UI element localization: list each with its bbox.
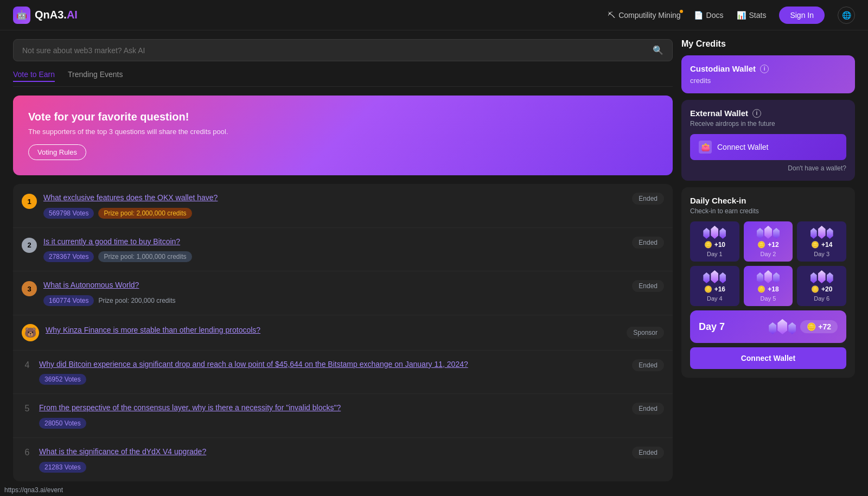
nav-computility[interactable]: ⛏ Computility Mining — [608, 11, 680, 20]
day-card-6[interactable]: 🪙 +20 Day 6 — [797, 266, 846, 306]
checkin-subtitle: Check-in to earn credits — [690, 207, 846, 215]
question-title[interactable]: What exclusive features does the OKX wal… — [43, 193, 664, 204]
day-3-reward: 🪙 +14 — [801, 241, 842, 249]
question-title[interactable]: What is Autonomous World? — [43, 280, 664, 291]
question-content: What is the significance of the dYdX V4 … — [39, 447, 664, 473]
credits-value: credits — [690, 77, 846, 85]
nav-docs[interactable]: 📄 Docs — [694, 11, 724, 20]
custodian-wallet-card: Custodian Wallet i credits — [681, 55, 855, 93]
question-title[interactable]: What is the significance of the dYdX V4 … — [39, 447, 664, 457]
question-title[interactable]: Why did Bitcoin experience a significant… — [39, 359, 664, 370]
rank-badge-2: 2 — [22, 238, 37, 253]
votes-badge: 21283 Votes — [39, 462, 86, 473]
day-card-7[interactable]: Day 7 🪙 +72 — [690, 310, 846, 343]
question-content: Why Kinza Finance is more stable than ot… — [46, 325, 664, 340]
question-title[interactable]: Is it currently a good time to buy Bitco… — [43, 237, 664, 247]
logo[interactable]: 🤖 QnA3.AI — [13, 7, 78, 24]
day-5-label: Day 5 — [748, 295, 789, 302]
connect-wallet-button[interactable]: 👛 Connect Wallet — [690, 134, 846, 160]
connect-wallet-bottom-button[interactable]: Connect Wallet — [690, 347, 846, 369]
main-layout: 🔍 Vote to Earn Trending Events Vote for … — [0, 30, 868, 490]
wallet-icon: 👛 — [699, 141, 712, 154]
table-row: 🐻 Why Kinza Finance is more stable than … — [13, 315, 673, 351]
header: 🤖 QnA3.AI ⛏ Computility Mining 📄 Docs 📊 … — [0, 0, 868, 30]
question-content: Is it currently a good time to buy Bitco… — [43, 237, 664, 263]
mining-icon: ⛏ — [608, 11, 615, 20]
day-7-reward-area: 🪙 +72 — [769, 319, 838, 334]
search-icon: 🔍 — [653, 45, 663, 55]
question-meta: 569798 Votes Prize pool: 2,000,000 credi… — [43, 208, 664, 219]
table-row: 2 Is it currently a good time to buy Bit… — [13, 228, 673, 272]
external-info-icon[interactable]: i — [752, 109, 761, 118]
info-icon[interactable]: i — [760, 65, 769, 73]
day-crystal-icon — [694, 270, 735, 283]
day-1-label: Day 1 — [694, 251, 735, 257]
day-card-3[interactable]: 🪙 +14 Day 3 — [797, 221, 846, 262]
coin-icon: 🪙 — [807, 322, 816, 331]
day-crystal-icon — [748, 226, 789, 239]
logo-icon: 🤖 — [13, 7, 30, 24]
question-meta: 278367 Votes Prize pool: 1,000,000 credi… — [43, 251, 664, 262]
nav-stats[interactable]: 📊 Stats — [737, 11, 767, 20]
rank-badge-3: 3 — [22, 281, 37, 296]
search-bar: 🔍 — [13, 39, 673, 61]
left-column: 🔍 Vote to Earn Trending Events Vote for … — [13, 39, 673, 481]
sponsor-avatar: 🐻 — [22, 324, 39, 341]
question-content: Why did Bitcoin experience a significant… — [39, 359, 664, 385]
day-2-reward: 🪙 +12 — [748, 241, 789, 249]
status-badge: Ended — [632, 237, 664, 249]
tab-trending-events[interactable]: Trending Events — [68, 70, 123, 82]
questions-container: 1 What exclusive features does the OKX w… — [13, 184, 673, 481]
connect-wallet-label: Connect Wallet — [717, 143, 768, 151]
sponsor-badge: Sponsor — [627, 327, 664, 339]
tabs: Vote to Earn Trending Events — [13, 70, 673, 87]
status-badge: Ended — [632, 193, 664, 205]
day-7-label: Day 7 — [699, 321, 725, 333]
question-title[interactable]: From the perspective of the consensus la… — [39, 403, 664, 414]
credits-section: Custodian Wallet i credits External Wall… — [681, 55, 855, 181]
daily-checkin-card: Daily Check-in Check-in to earn credits … — [681, 187, 855, 378]
question-meta: 36952 Votes — [39, 374, 664, 385]
day-card-4[interactable]: 🪙 +16 Day 4 — [690, 266, 739, 306]
external-wallet-card: External Wallet i Receive airdrops in th… — [681, 100, 855, 181]
prize-badge: Prize pool: 2,000,000 credits — [98, 208, 192, 219]
stats-icon: 📊 — [737, 11, 746, 20]
rank-number-4: 4 — [22, 360, 33, 370]
table-row: 4 Why did Bitcoin experience a significa… — [13, 351, 673, 395]
day-crystal-icon — [801, 226, 842, 239]
day-6-reward: 🪙 +20 — [801, 285, 842, 293]
day-2-label: Day 2 — [748, 251, 789, 257]
tab-vote-to-earn[interactable]: Vote to Earn — [13, 70, 55, 82]
search-input[interactable] — [22, 46, 653, 55]
question-content: What is Autonomous World? 160774 Votes P… — [43, 280, 664, 306]
question-meta: 28050 Votes — [39, 418, 664, 429]
day-card-1[interactable]: 🪙 +10 Day 1 — [690, 221, 739, 262]
coin-icon: 🪙 — [811, 241, 819, 249]
globe-icon: 🌐 — [842, 11, 851, 20]
checkin-title: Daily Check-in — [690, 196, 846, 205]
checkin-grid: 🪙 +10 Day 1 🪙 — [690, 221, 846, 306]
header-nav: ⛏ Computility Mining 📄 Docs 📊 Stats Sign… — [608, 7, 855, 24]
day-crystal-icon — [801, 270, 842, 283]
votes-badge: 278367 Votes — [43, 251, 94, 262]
external-wallet-subtitle: Receive airdrops in the future — [690, 120, 846, 128]
question-title[interactable]: Why Kinza Finance is more stable than ot… — [46, 325, 664, 336]
day-6-label: Day 6 — [801, 295, 842, 302]
prize-text: Prize pool: 200,000 credits — [98, 297, 175, 304]
status-badge: Ended — [632, 447, 664, 459]
my-credits-title: My Credits — [681, 39, 855, 49]
coin-icon: 🪙 — [811, 285, 819, 293]
no-wallet-link[interactable]: Don't have a wallet? — [690, 164, 846, 172]
day-card-2[interactable]: 🪙 +12 Day 2 — [744, 221, 793, 262]
voting-rules-button[interactable]: Voting Rules — [28, 144, 86, 160]
table-row: 6 What is the significance of the dYdX V… — [13, 438, 673, 481]
question-content: From the perspective of the consensus la… — [39, 403, 664, 429]
language-button[interactable]: 🌐 — [838, 7, 855, 24]
votes-badge: 569798 Votes — [43, 208, 94, 219]
rank-badge-1: 1 — [22, 194, 37, 209]
day-card-5[interactable]: 🪙 +18 Day 5 — [744, 266, 793, 306]
docs-icon: 📄 — [694, 11, 703, 20]
votes-badge: 160774 Votes — [43, 295, 94, 306]
coin-icon: 🪙 — [757, 285, 765, 293]
sign-in-button[interactable]: Sign In — [779, 7, 825, 24]
